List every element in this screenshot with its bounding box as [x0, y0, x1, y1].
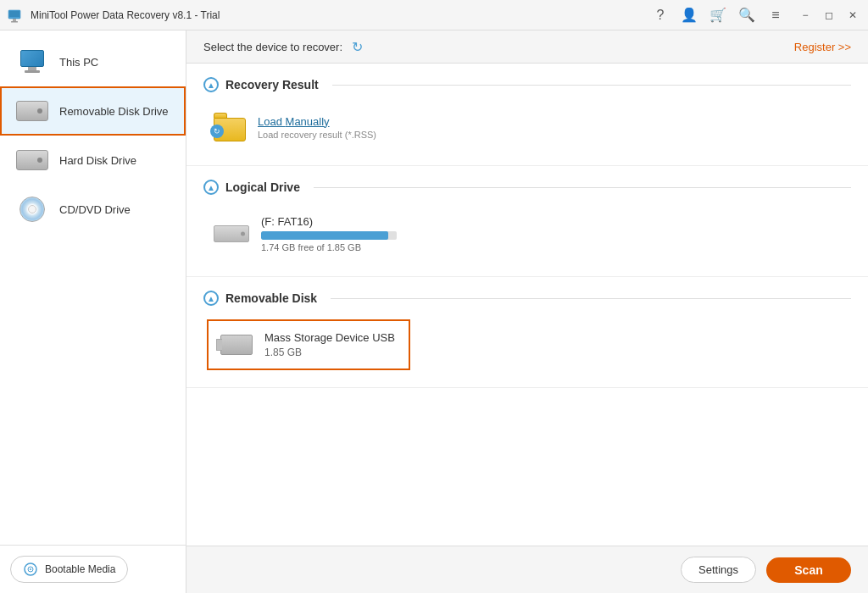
scan-button[interactable]: Scan [766, 557, 851, 583]
minimize-button[interactable]: − [797, 7, 814, 24]
svg-rect-2 [11, 21, 18, 23]
load-manually-item[interactable]: ↻ Load Manually Load recovery result (*.… [203, 106, 851, 148]
recovery-result-header: ▲ Recovery Result [203, 77, 851, 92]
app-icon [7, 7, 24, 24]
titlebar-icons: ? 👤 🛒 🔍 ≡ − ◻ ✕ [653, 7, 861, 24]
titlebar-left: MiniTool Power Data Recovery v8.1 - Tria… [7, 7, 220, 24]
select-device-label: Select the device to recover: [203, 41, 342, 53]
sidebar-item-label-removable: Removable Disk Drive [59, 105, 169, 118]
this-pc-icon [15, 49, 49, 75]
removable-disk-drive-icon [15, 98, 49, 124]
removable-disk-item-0[interactable]: Mass Storage Device USB 1.85 GB [207, 319, 410, 370]
user-icon[interactable]: 👤 [682, 8, 697, 23]
sidebar: This PC Removable Disk Drive Hard Disk D… [0, 30, 186, 593]
topbar-left: Select the device to recover: ↻ [203, 39, 364, 54]
sidebar-bottom: Bootable Media [0, 545, 186, 593]
logical-drive-title: Logical Drive [225, 180, 300, 194]
removable-disk-icon [220, 335, 253, 355]
removable-disk-header: ▲ Removable Disk [203, 291, 851, 306]
bottom-bar: Settings Scan [186, 546, 868, 593]
removable-device-size: 1.85 GB [264, 346, 395, 358]
settings-button[interactable]: Settings [681, 557, 756, 583]
logical-drive-section: ▲ Logical Drive (F: FAT16) 1.74 GB free … [186, 166, 868, 277]
recovery-result-collapse-icon[interactable]: ▲ [203, 77, 219, 92]
restore-button[interactable]: ◻ [821, 7, 837, 24]
removable-device-name: Mass Storage Device USB [264, 331, 395, 344]
logical-drive-header: ▲ Logical Drive [203, 180, 851, 195]
logical-drive-size: 1.74 GB free of 1.85 GB [261, 242, 397, 252]
removable-disk-info: Mass Storage Device USB 1.85 GB [264, 331, 395, 358]
logical-drive-progress-bar [261, 231, 388, 240]
logical-drive-divider [314, 187, 851, 188]
content-topbar: Select the device to recover: ↻ Register… [186, 30, 868, 64]
sidebar-item-label-cd: CD/DVD Drive [59, 203, 131, 216]
removable-disk-title: Removable Disk [225, 291, 317, 305]
logical-drive-info: (F: FAT16) 1.74 GB free of 1.85 GB [261, 215, 397, 252]
removable-disk-section: ▲ Removable Disk Mass Storage Device USB… [186, 277, 868, 388]
register-link[interactable]: Register >> [794, 41, 851, 53]
refresh-icon[interactable]: ↻ [349, 39, 364, 54]
close-button[interactable]: ✕ [844, 7, 861, 24]
svg-point-6 [30, 568, 31, 570]
sidebar-items: This PC Removable Disk Drive Hard Disk D… [0, 30, 186, 545]
help-icon[interactable]: ? [653, 8, 668, 23]
folder-icon: ↻ [214, 113, 248, 141]
content-area: Select the device to recover: ↻ Register… [186, 30, 868, 593]
removable-disk-collapse-icon[interactable]: ▲ [203, 291, 219, 306]
logical-drive-item-0[interactable]: (F: FAT16) 1.74 GB free of 1.85 GB [203, 208, 851, 259]
removable-disk-divider [331, 298, 851, 299]
menu-icon[interactable]: ≡ [768, 8, 783, 23]
recovery-result-section: ▲ Recovery Result ↻ Load Manually Loa [186, 64, 868, 166]
svg-rect-3 [9, 11, 19, 17]
load-manually-title: Load Manually [258, 115, 376, 128]
search-icon[interactable]: 🔍 [739, 8, 754, 23]
sidebar-item-hard-disk-drive[interactable]: Hard Disk Drive [0, 136, 186, 185]
sidebar-item-removable-disk-drive[interactable]: Removable Disk Drive [0, 86, 186, 136]
sidebar-item-label-this-pc: This PC [59, 56, 98, 69]
bootable-media-label: Bootable Media [45, 563, 115, 575]
load-manually-title-link: Manually [286, 115, 330, 128]
logical-drive-progress-bar-container [261, 231, 397, 240]
logical-drive-collapse-icon[interactable]: ▲ [203, 180, 219, 195]
bootable-media-icon [23, 562, 38, 577]
load-manually-title-plain: Load [258, 115, 286, 128]
recovery-result-title: Recovery Result [225, 78, 319, 91]
cd-dvd-drive-icon [15, 197, 49, 222]
recovery-result-divider [332, 85, 851, 86]
svg-rect-1 [13, 19, 16, 21]
content-scroll: ▲ Recovery Result ↻ Load Manually Loa [186, 64, 868, 546]
titlebar: MiniTool Power Data Recovery v8.1 - Tria… [0, 0, 868, 30]
hard-disk-drive-icon [15, 147, 49, 173]
logical-drive-name: (F: FAT16) [261, 215, 397, 228]
bootable-media-button[interactable]: Bootable Media [10, 556, 128, 583]
sidebar-item-this-pc[interactable]: This PC [0, 37, 186, 86]
sidebar-item-label-hdd: Hard Disk Drive [59, 154, 136, 167]
sidebar-item-cd-dvd-drive[interactable]: CD/DVD Drive [0, 185, 186, 234]
logical-drive-icon [214, 225, 249, 242]
titlebar-title: MiniTool Power Data Recovery v8.1 - Tria… [31, 9, 220, 21]
cart-icon[interactable]: 🛒 [710, 8, 726, 23]
main-layout: This PC Removable Disk Drive Hard Disk D… [0, 30, 868, 593]
load-manually-subtitle: Load recovery result (*.RSS) [258, 130, 376, 140]
window-controls: − ◻ ✕ [797, 7, 861, 24]
load-manually-text: Load Manually Load recovery result (*.RS… [258, 115, 376, 140]
